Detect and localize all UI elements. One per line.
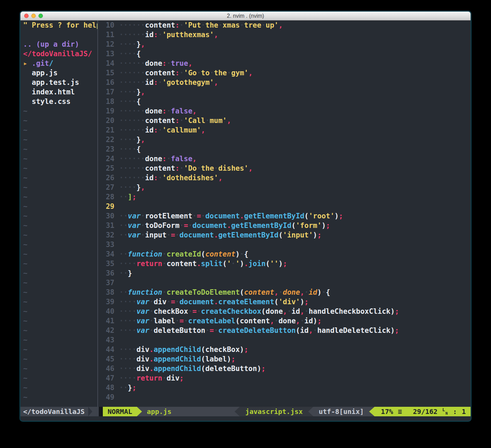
tree-up-a-dir[interactable]: .. (up a dir) bbox=[23, 40, 97, 49]
line-number: 18 bbox=[98, 97, 114, 106]
statusbar-filetype: javascript.jsx bbox=[240, 407, 308, 416]
code-text: ······content:·'Go·to·the·gym', bbox=[119, 68, 253, 78]
line-number: 20 bbox=[98, 116, 114, 125]
file-tree[interactable]: " Press ? for help.. (up a dir)</todoVan… bbox=[20, 20, 97, 407]
tree-file-app-test-js[interactable]: app.test.js bbox=[23, 78, 97, 87]
tilde-marker: ~ bbox=[23, 221, 97, 230]
code-text: ····div.appendChild(label); bbox=[119, 354, 235, 364]
line-number: 27 bbox=[98, 183, 114, 192]
code-line[interactable]: 33 bbox=[98, 240, 471, 249]
line-number: 23 bbox=[98, 144, 114, 154]
code-text: ····var·label·=·createLabel(content,·don… bbox=[119, 316, 321, 326]
line-number: 21 bbox=[98, 125, 114, 135]
statusbar-spacer bbox=[176, 407, 235, 416]
line-number: 26 bbox=[98, 173, 114, 183]
code-line[interactable]: 32··var·input·=·document.getElementById(… bbox=[98, 230, 471, 240]
tilde-marker: ~ bbox=[23, 364, 97, 373]
code-line[interactable]: 14······done:·true, bbox=[98, 59, 471, 68]
powerline-arrow-icon bbox=[369, 407, 375, 416]
code-line[interactable]: 11······id:·'putthexmas', bbox=[98, 30, 471, 40]
code-line[interactable]: 30··var·rootElement·=·document.getElemen… bbox=[98, 211, 471, 221]
code-line[interactable]: 38··function·createToDoElement(content,·… bbox=[98, 288, 471, 297]
code-line[interactable]: 42····var·deleteButton·=·createDeleteBut… bbox=[98, 326, 471, 335]
code-line[interactable]: 25······content:·'Do·the·dishes', bbox=[98, 164, 471, 173]
powerline-arrow-icon bbox=[235, 407, 240, 416]
line-number: 14 bbox=[98, 59, 114, 68]
window-titlebar[interactable]: 2. nvim . (nvim) bbox=[20, 12, 471, 20]
code-line[interactable]: 47····return·div; bbox=[98, 373, 471, 383]
code-line[interactable]: 36··} bbox=[98, 268, 471, 278]
code-line[interactable]: 34··function·createId(content)·{ bbox=[98, 249, 471, 259]
tree-root-path[interactable]: </todoVanillaJS/ bbox=[23, 49, 97, 59]
code-line[interactable]: 39····var·div·=·document.createElement('… bbox=[98, 297, 471, 307]
tilde-marker: ~ bbox=[23, 326, 97, 335]
code-line[interactable]: 27····}, bbox=[98, 183, 471, 192]
line-number: 25 bbox=[98, 164, 114, 173]
code-line[interactable]: 12····}, bbox=[98, 40, 471, 49]
code-text: ··]; bbox=[119, 192, 137, 202]
statusbar-mode: NORMAL bbox=[103, 407, 137, 416]
tilde-marker: ~ bbox=[23, 345, 97, 354]
tilde-marker: ~ bbox=[23, 354, 97, 364]
window-title: 2. nvim . (nvim) bbox=[20, 13, 471, 19]
tree-file-style-css[interactable]: style.css bbox=[23, 97, 97, 106]
code-line[interactable]: 16······id:·'gotothegym', bbox=[98, 78, 471, 87]
code-line[interactable]: 20······content:·'Call·mum', bbox=[98, 116, 471, 125]
code-line[interactable]: 43 bbox=[98, 335, 471, 345]
line-number: 16 bbox=[98, 78, 114, 87]
code-text: ····{ bbox=[119, 144, 141, 154]
code-line[interactable]: 45····div.appendChild(label); bbox=[98, 354, 471, 364]
tilde-marker: ~ bbox=[23, 278, 97, 288]
tree-file-app-js[interactable]: app.js bbox=[23, 68, 97, 78]
code-text: ··var·rootElement·=·document.getElementB… bbox=[119, 211, 343, 221]
code-line[interactable]: 49 bbox=[98, 392, 471, 402]
line-number: 12 bbox=[98, 40, 114, 49]
code-line[interactable]: 23····{ bbox=[98, 144, 471, 154]
tilde-marker: ~ bbox=[23, 202, 97, 211]
code-line[interactable]: 29 bbox=[98, 202, 471, 211]
code-line[interactable]: 44····div.appendChild(checkBox); bbox=[98, 345, 471, 354]
code-text: ······done:·false, bbox=[119, 154, 197, 164]
tree-blank-row bbox=[23, 30, 97, 40]
line-number: 11 bbox=[98, 30, 114, 40]
code-line[interactable]: 15······content:·'Go·to·the·gym', bbox=[98, 68, 471, 78]
line-number: 15 bbox=[98, 68, 114, 78]
code-line[interactable]: 17····}, bbox=[98, 87, 471, 97]
code-text: ······content:·'Do·the·dishes', bbox=[119, 164, 253, 173]
code-line[interactable]: 37 bbox=[98, 278, 471, 288]
line-number: 32 bbox=[98, 230, 114, 240]
code-line[interactable]: 46····div.appendChild(deleteButton); bbox=[98, 364, 471, 373]
code-line[interactable]: 31··var·toDoForm·=·document.getElementBy… bbox=[98, 221, 471, 230]
airline: NORMAL app.js javascript.jsx utf-8[unix]… bbox=[103, 407, 471, 416]
statusbar-gap bbox=[99, 407, 103, 416]
code-lines[interactable]: 10······content:·'Put·the·xmas·tree·up',… bbox=[98, 20, 471, 407]
code-line[interactable]: 40····var·checkBox·=·createCheckbox(done… bbox=[98, 307, 471, 316]
code-line[interactable]: 48··}; bbox=[98, 383, 471, 392]
code-line[interactable]: 19······done:·false, bbox=[98, 106, 471, 116]
tilde-marker: ~ bbox=[23, 211, 97, 221]
line-number: 46 bbox=[98, 364, 114, 373]
code-line[interactable]: 35····return·content.split('·').join('')… bbox=[98, 259, 471, 268]
code-line[interactable]: 21······id:·'callmum', bbox=[98, 125, 471, 135]
code-text: ······done:·true, bbox=[119, 59, 192, 68]
code-text: ····{ bbox=[119, 97, 141, 106]
code-line[interactable]: 22····}, bbox=[98, 135, 471, 144]
line-number: 42 bbox=[98, 326, 114, 335]
code-line[interactable]: 41····var·label·=·createLabel(content,·d… bbox=[98, 316, 471, 326]
code-line[interactable]: 13····{ bbox=[98, 49, 471, 59]
line-number: 37 bbox=[98, 278, 114, 288]
code-text: ····var·div·=·document.createElement('di… bbox=[119, 297, 309, 307]
code-line[interactable]: 24······done:·false, bbox=[98, 154, 471, 164]
line-number: 30 bbox=[98, 211, 114, 221]
tree-help-hint: " Press ? for help bbox=[23, 20, 97, 30]
tree-file-index-html[interactable]: index.html bbox=[23, 87, 97, 97]
code-line[interactable]: 10······content:·'Put·the·xmas·tree·up', bbox=[98, 20, 471, 30]
tree-dir-git[interactable]: ▸ .git/ bbox=[23, 59, 97, 68]
tilde-marker: ~ bbox=[23, 240, 97, 249]
tilde-marker: ~ bbox=[23, 116, 97, 125]
code-line[interactable]: 26······id:·'dothedishes', bbox=[98, 173, 471, 183]
code-line[interactable]: 28··]; bbox=[98, 192, 471, 202]
code-line[interactable]: 18····{ bbox=[98, 97, 471, 106]
statusbar-encoding: utf-8[unix] bbox=[313, 407, 369, 416]
tilde-marker: ~ bbox=[23, 307, 97, 316]
